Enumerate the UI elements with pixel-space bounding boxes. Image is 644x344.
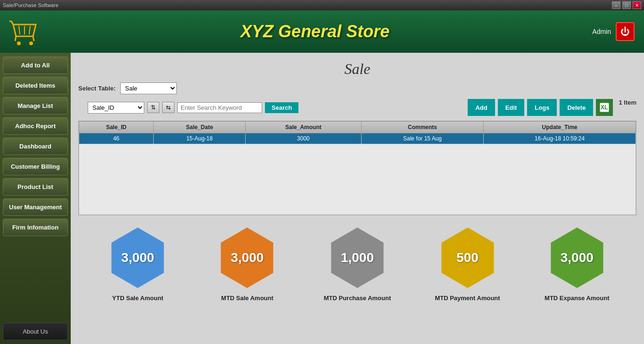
header-right: Admin ⏻ xyxy=(592,22,635,41)
search-controls-row: Sale_ID Sale_Date Sale_Amount Comments ⇅… xyxy=(78,99,636,116)
close-button[interactable]: ✕ xyxy=(633,1,641,9)
sidebar-item-firm-information[interactable]: Firm Infomation xyxy=(3,219,68,236)
window-controls: – □ ✕ xyxy=(612,1,641,9)
sidebar-item-dashboard[interactable]: Dashboard xyxy=(3,138,68,155)
widget-label-ytd-sale: YTD Sale Amount xyxy=(112,295,164,302)
col-header-sale-date: Sale_Date xyxy=(154,122,246,133)
select-table-label: Select Table: xyxy=(78,85,116,92)
svg-line-2 xyxy=(15,36,16,41)
edit-button[interactable]: Edit xyxy=(498,99,525,116)
svg-point-4 xyxy=(17,41,21,45)
sidebar-item-user-management[interactable]: User Management xyxy=(3,198,68,216)
search-button[interactable]: Search xyxy=(265,102,298,113)
title-bar: Sale/Purchase Software – □ ✕ xyxy=(0,0,644,10)
sidebar-item-add-to-all[interactable]: Add to All xyxy=(3,57,68,74)
page-title: Sale xyxy=(78,60,636,78)
add-button[interactable]: Add xyxy=(468,99,495,116)
svg-line-6 xyxy=(11,21,13,25)
cart-icon xyxy=(9,17,38,46)
excel-icon: XL xyxy=(599,102,610,113)
cell-sale-date: 15-Aug-18 xyxy=(154,133,246,144)
table-controls-row: Select Table: Sale Purchase Payment Expe… xyxy=(78,82,636,94)
svg-line-8 xyxy=(19,26,20,34)
sidebar-item-deleted-items[interactable]: Deleted Items xyxy=(3,77,68,94)
item-count: 1 Item xyxy=(619,99,636,116)
logs-button[interactable]: Logs xyxy=(527,99,557,116)
svg-line-10 xyxy=(29,26,30,34)
field-select-dropdown[interactable]: Sale_ID Sale_Date Sale_Amount Comments xyxy=(88,102,144,114)
widget-value-mtd-purchase: 1,000 xyxy=(341,250,374,265)
cell-update-time: 16-Aug-18 10:59:24 xyxy=(484,133,636,144)
about-us-button[interactable]: About Us xyxy=(3,323,68,340)
widget-value-mtd-expense: 3,000 xyxy=(561,250,594,265)
hexagon-mtd-expense: 3,000 xyxy=(544,225,610,291)
main-layout: Add to All Deleted Items Manage List Adh… xyxy=(0,53,644,344)
cell-sale-id: 46 xyxy=(79,133,154,144)
action-buttons: Add Edit Logs Delete XL 1 Item xyxy=(468,99,636,116)
hexagon-mtd-payment: 500 xyxy=(435,225,501,291)
col-header-sale-id: Sale_ID xyxy=(79,122,154,133)
sort-desc-button[interactable]: ⇆ xyxy=(162,102,174,113)
hexagon-mtd-sale: 3,000 xyxy=(214,225,280,291)
table-select-dropdown[interactable]: Sale Purchase Payment Expense xyxy=(120,82,177,94)
widget-label-mtd-purchase: MTD Purchase Amount xyxy=(324,295,391,302)
col-header-update-time: Update_Time xyxy=(484,122,636,133)
main-content: Sale Select Table: Sale Purchase Payment… xyxy=(71,53,644,344)
admin-label: Admin xyxy=(592,28,611,35)
widget-value-ytd-sale: 3,000 xyxy=(121,250,154,265)
minimize-button[interactable]: – xyxy=(612,1,620,9)
svg-text:XL: XL xyxy=(601,104,608,111)
app-title-bar: Sale/Purchase Software xyxy=(3,2,58,8)
widget-label-mtd-expense: MTD Expanse Amount xyxy=(545,295,609,302)
widget-mtd-sale: 3,000MTD Sale Amount xyxy=(214,225,280,302)
hexagon-mtd-purchase: 1,000 xyxy=(324,225,390,291)
cell-sale-amount: 3000 xyxy=(246,133,362,144)
widget-label-mtd-sale: MTD Sale Amount xyxy=(221,295,273,302)
export-excel-button[interactable]: XL xyxy=(596,99,613,116)
maximize-button[interactable]: □ xyxy=(622,1,631,9)
sidebar-item-customer-billing[interactable]: Customer Billing xyxy=(3,158,68,175)
sort-asc-button[interactable]: ⇅ xyxy=(147,102,159,113)
table-header-row: Sale_ID Sale_Date Sale_Amount Comments U… xyxy=(79,122,636,133)
app-header: XYZ General Store Admin ⏻ xyxy=(0,10,644,53)
widgets-row: 3,000YTD Sale Amount 3,000MTD Sale Amoun… xyxy=(78,225,636,302)
col-header-sale-amount: Sale_Amount xyxy=(246,122,362,133)
hexagon-ytd-sale: 3,000 xyxy=(105,225,171,291)
cell-comments: Sale for 15 Aug xyxy=(361,133,484,144)
table-row[interactable]: 46 15-Aug-18 3000 Sale for 15 Aug 16-Aug… xyxy=(79,133,636,144)
sidebar-item-product-list[interactable]: Product List xyxy=(3,178,68,196)
app-main-title: XYZ General Store xyxy=(38,22,592,41)
sidebar-item-adhoc-report[interactable]: Adhoc Report xyxy=(3,117,68,135)
data-table-wrapper: Sale_ID Sale_Date Sale_Amount Comments U… xyxy=(78,121,636,215)
col-header-comments: Comments xyxy=(361,122,484,133)
widget-label-mtd-payment: MTD Payment Amount xyxy=(435,295,500,302)
widget-value-mtd-payment: 500 xyxy=(456,250,479,265)
svg-point-5 xyxy=(29,41,33,45)
widget-ytd-sale: 3,000YTD Sale Amount xyxy=(105,225,171,302)
search-input[interactable] xyxy=(177,102,262,113)
data-table: Sale_ID Sale_Date Sale_Amount Comments U… xyxy=(79,121,636,215)
power-button[interactable]: ⏻ xyxy=(616,22,635,41)
widget-value-mtd-sale: 3,000 xyxy=(231,250,264,265)
sidebar: Add to All Deleted Items Manage List Adh… xyxy=(0,53,71,344)
empty-row xyxy=(79,144,636,215)
delete-button[interactable]: Delete xyxy=(560,99,593,116)
widget-mtd-expense: 3,000MTD Expanse Amount xyxy=(544,225,610,302)
svg-line-3 xyxy=(33,36,34,41)
widget-mtd-payment: 500MTD Payment Amount xyxy=(435,225,501,302)
power-icon: ⏻ xyxy=(620,26,630,37)
search-controls: Sale_ID Sale_Date Sale_Amount Comments ⇅… xyxy=(88,102,298,114)
sidebar-item-manage-list[interactable]: Manage List xyxy=(3,97,68,115)
widget-mtd-purchase: 1,000MTD Purchase Amount xyxy=(324,225,391,302)
